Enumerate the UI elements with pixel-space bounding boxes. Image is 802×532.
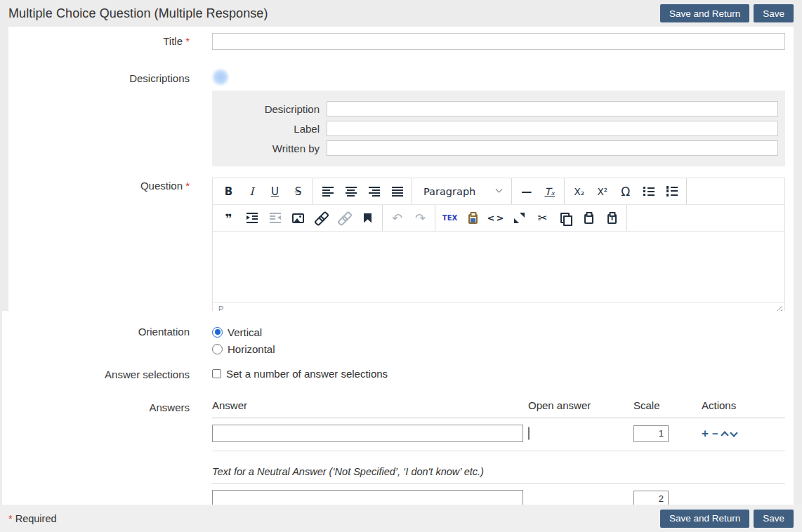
- toolbar-group: —Tₓ: [512, 178, 565, 204]
- remove-answer-icon[interactable]: −: [712, 428, 718, 439]
- editor-resize-handle[interactable]: [775, 305, 782, 311]
- question-label: Question *: [8, 178, 190, 192]
- answer-selections-label: Answer selections: [2, 366, 190, 380]
- vertical-radio-label: Vertical: [228, 326, 262, 338]
- align-left-button[interactable]: [316, 181, 339, 202]
- underline-button[interactable]: U: [263, 181, 287, 202]
- neutral-answer-note: Text for a Neutral Answer (‘Not Specifie…: [212, 466, 785, 477]
- insert-image-button[interactable]: [287, 208, 310, 229]
- label-input[interactable]: [327, 121, 778, 136]
- move-answer-down-icon[interactable]: [731, 431, 737, 437]
- descriptions-label: Desicriptions: [8, 70, 190, 84]
- answer-1-input[interactable]: [212, 425, 523, 442]
- answer-1-scale-input[interactable]: [633, 425, 669, 442]
- descriptions-panel: Desicription Label Written by: [212, 91, 785, 166]
- answers-label: Answers: [2, 399, 190, 413]
- tex-button[interactable]: TEX: [438, 208, 461, 229]
- align-justify-button[interactable]: [386, 181, 409, 202]
- toolbar-group: ↶↷: [383, 205, 435, 231]
- label-field-row: Label: [212, 121, 778, 136]
- orientation-row: Orientation Vertical Horizontal: [2, 324, 785, 357]
- source-code-button[interactable]: <>: [485, 208, 508, 229]
- answer-1-actions: + −: [702, 427, 785, 439]
- clear-formatting-button[interactable]: Tₓ: [538, 181, 561, 202]
- descriptions-toggle-icon[interactable]: [212, 69, 229, 86]
- numbered-list-icon: [666, 186, 678, 197]
- toolbar-group: ❞: [214, 205, 383, 231]
- answer-selections-checkbox-label: Set a number of answer selections: [226, 368, 388, 380]
- add-answer-icon[interactable]: +: [702, 427, 709, 439]
- vertical-radio[interactable]: [212, 327, 223, 338]
- outdent-icon: [270, 213, 281, 223]
- horizontal-rule-button[interactable]: —: [515, 181, 538, 202]
- question-editor-content[interactable]: [213, 232, 784, 302]
- paste-as-text-button[interactable]: [600, 208, 624, 229]
- align-right-icon: [369, 186, 380, 197]
- editor-toolbar-row1: BIUSParagraph—TₓX₂X²Ω: [213, 178, 784, 205]
- bullet-list-button[interactable]: [637, 181, 660, 202]
- written-by-input[interactable]: [327, 140, 778, 156]
- header-buttons: Save and Return Save: [660, 4, 794, 22]
- indent-button[interactable]: [240, 208, 263, 229]
- paste-from-word-icon: [468, 214, 478, 224]
- answer-selections-option: Set a number of answer selections: [212, 366, 785, 380]
- toolbar-group: X₂X²Ω: [565, 178, 687, 204]
- description-field-row: Desicription: [212, 101, 778, 117]
- fullscreen-button[interactable]: [508, 208, 531, 229]
- orientation-label: Orientation: [2, 324, 190, 338]
- strikethrough-button[interactable]: S: [287, 181, 310, 202]
- subscript-button[interactable]: X₂: [567, 181, 591, 202]
- insert-link-button[interactable]: [310, 208, 333, 229]
- copy-button[interactable]: [554, 208, 577, 229]
- save-button-top[interactable]: Save: [754, 4, 794, 22]
- align-center-button[interactable]: [339, 181, 362, 202]
- description-input[interactable]: [327, 101, 778, 117]
- outdent-button[interactable]: [263, 208, 287, 229]
- bullet-list-icon: [643, 186, 655, 197]
- anchor-icon: [364, 213, 372, 223]
- orientation-option-horizontal: Horizontal: [212, 340, 785, 357]
- paragraph-format-dropdown[interactable]: Paragraph: [415, 181, 508, 202]
- numbered-list-button[interactable]: [660, 181, 683, 202]
- written-by-field-row: Written by: [212, 140, 778, 156]
- save-and-return-button-bottom[interactable]: Save and Return: [660, 510, 749, 528]
- align-right-button[interactable]: [362, 181, 386, 202]
- title-row: Title *: [8, 33, 785, 50]
- paste-from-word-button[interactable]: [461, 208, 485, 229]
- redo-button[interactable]: ↷: [409, 208, 432, 229]
- paste-as-text-icon: [607, 214, 617, 224]
- neutral-answer-scale-input[interactable]: [633, 491, 669, 505]
- title-required-mark: *: [185, 35, 190, 47]
- blockquote-button[interactable]: ❞: [217, 208, 240, 229]
- toolbar-group: TEX<>✂: [435, 205, 627, 231]
- superscript-button[interactable]: X²: [591, 181, 614, 202]
- options-card: Orientation Vertical Horizontal Answer s…: [2, 311, 794, 505]
- answer-row-1: + −: [212, 418, 785, 451]
- required-note: * Required: [8, 513, 57, 524]
- orientation-option-vertical: Vertical: [212, 324, 785, 340]
- title-input[interactable]: [212, 33, 785, 50]
- bold-button[interactable]: B: [217, 181, 240, 202]
- actions-column-header: Actions: [702, 399, 785, 411]
- answer-1-open-answer-checkbox[interactable]: [528, 427, 530, 440]
- scale-column-header: Scale: [633, 399, 702, 411]
- italic-button[interactable]: I: [240, 181, 263, 202]
- required-note-mark: *: [8, 513, 13, 524]
- open-answer-column-header: Open answer: [528, 399, 633, 411]
- save-button-bottom[interactable]: Save: [754, 510, 794, 528]
- chevron-down-icon: [496, 186, 503, 193]
- horizontal-radio[interactable]: [212, 344, 223, 354]
- neutral-answer-input[interactable]: [212, 490, 523, 505]
- title-label-text: Title: [163, 35, 183, 47]
- answer-selections-checkbox[interactable]: [212, 369, 221, 378]
- unlink-button[interactable]: [333, 208, 356, 229]
- unlink-icon: [338, 213, 350, 224]
- anchor-button[interactable]: [356, 208, 379, 229]
- paste-button[interactable]: [577, 208, 600, 229]
- save-and-return-button-top[interactable]: Save and Return: [660, 4, 749, 22]
- undo-button[interactable]: ↶: [386, 208, 409, 229]
- move-answer-up-icon[interactable]: [722, 431, 728, 437]
- insert-image-icon: [292, 213, 304, 223]
- cut-button[interactable]: ✂: [531, 208, 554, 229]
- special-character-button[interactable]: Ω: [614, 181, 637, 202]
